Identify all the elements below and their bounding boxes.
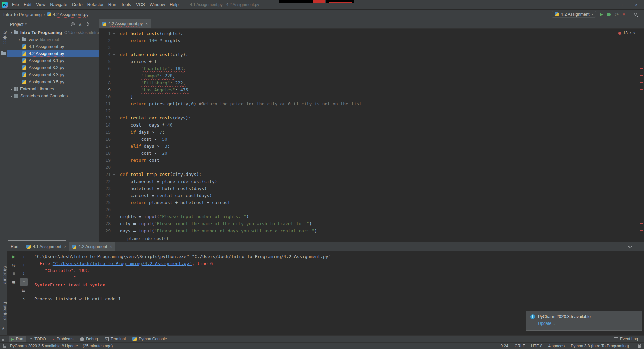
- maximize-button[interactable]: □: [613, 0, 629, 10]
- up-stack-button[interactable]: ↑: [20, 253, 28, 260]
- gutter-line[interactable]: 21−: [99, 171, 118, 178]
- status-message[interactable]: PyCharm 2020.3.5 available // Update... …: [10, 344, 113, 348]
- coverage-button[interactable]: ◎: [615, 12, 618, 17]
- chevron-icon[interactable]: ▸: [17, 38, 22, 41]
- gutter-line[interactable]: 5: [99, 58, 118, 65]
- editor-tab-4-2-assignment[interactable]: 4.2 Assignment.py ×: [99, 19, 151, 28]
- gutter-line[interactable]: 3: [99, 44, 118, 51]
- notification-balloon[interactable]: i PyCharm 2020.3.5 available Update...: [526, 311, 642, 331]
- update-link[interactable]: Update...: [538, 321, 555, 326]
- stop-button[interactable]: ■: [623, 12, 625, 17]
- menu-refactor[interactable]: Refactor: [85, 2, 106, 7]
- console-file-link[interactable]: "C:/Users/Josh/Intro To Programing/4.2 A…: [53, 261, 192, 266]
- code-line-24[interactable]: carcost = rental_car_cost(days): [120, 192, 644, 199]
- error-stripe[interactable]: [639, 29, 644, 235]
- code-line-14[interactable]: cost = days * 40: [120, 121, 644, 129]
- chevron-icon[interactable]: ▾: [9, 31, 14, 34]
- code-line-4[interactable]: def plane_ride_cost(city):: [120, 51, 644, 58]
- code-line-16[interactable]: cost -= 50: [120, 136, 644, 143]
- run-tab-4-2-assignment[interactable]: 4.2 Assignment×: [69, 242, 115, 251]
- run-button[interactable]: ▶: [600, 12, 603, 17]
- lock-icon[interactable]: [638, 345, 641, 348]
- menu-run[interactable]: Run: [106, 2, 119, 7]
- gutter-line[interactable]: 10: [99, 93, 118, 100]
- status-python-3-8-intro-to-programing[interactable]: Python 3.8 (Intro To Programing): [571, 344, 629, 348]
- code-line-26[interactable]: [120, 206, 644, 213]
- tree-item-4-2-assignment-py[interactable]: 4.2 Assignment.py: [7, 50, 99, 57]
- gutter-line[interactable]: 20: [99, 164, 118, 171]
- gutter-line[interactable]: 18: [99, 150, 118, 157]
- status-utf-8[interactable]: UTF-8: [531, 344, 542, 348]
- toolwindow-button-event-log[interactable]: Event Log: [611, 336, 641, 343]
- code-line-19[interactable]: return cost: [120, 157, 644, 164]
- code-line-25[interactable]: return planecost + hotelcost + carcost: [120, 199, 644, 206]
- favorites-star-icon[interactable]: ★: [2, 326, 5, 331]
- hide-panel-icon[interactable]: ─: [637, 245, 640, 249]
- stop-button[interactable]: ■: [10, 270, 18, 277]
- code-line-5[interactable]: prices + [: [120, 58, 644, 65]
- code-line-28[interactable]: city = input("Please input the name of t…: [120, 220, 644, 227]
- menu-file[interactable]: File: [10, 2, 21, 7]
- hide-panel-icon[interactable]: ─: [94, 22, 96, 26]
- gutter-line[interactable]: 1−: [99, 30, 118, 37]
- fold-marker-icon[interactable]: −: [111, 114, 118, 121]
- code-line-17[interactable]: elif days >= 3:: [120, 143, 644, 150]
- status-4-spaces[interactable]: 4 spaces: [548, 344, 565, 348]
- down-stack-button[interactable]: ↓: [20, 261, 28, 269]
- close-button[interactable]: ×: [629, 0, 644, 10]
- toolwindow-button-python-console[interactable]: Python Console: [130, 336, 170, 343]
- project-panel-title[interactable]: Project: [10, 22, 23, 27]
- code-line-20[interactable]: [120, 164, 644, 171]
- project-stripe-icon[interactable]: [1, 52, 6, 55]
- gutter-line[interactable]: 13−: [99, 114, 118, 121]
- chevron-down-icon[interactable]: ▾: [25, 22, 27, 26]
- scroll-to-end-button[interactable]: ≡: [20, 278, 28, 286]
- code-line-18[interactable]: cost -= 20: [120, 150, 644, 157]
- soft-wrap-button[interactable]: ↕: [20, 270, 28, 277]
- fold-marker-icon[interactable]: −: [111, 171, 118, 178]
- next-error-icon[interactable]: ∨: [633, 31, 635, 35]
- gutter-line[interactable]: 4−: [99, 51, 118, 58]
- status-crlf[interactable]: CRLF: [515, 344, 525, 348]
- code-line-7[interactable]: "Tampa": 220,: [120, 72, 644, 79]
- inspections-widget[interactable]: 13 ∧ ∨: [618, 31, 635, 35]
- code-line-13[interactable]: def rental_car_costs(days):: [120, 114, 644, 121]
- menu-window[interactable]: Window: [147, 2, 167, 7]
- stripe-button-favorites[interactable]: Favorites: [0, 302, 7, 320]
- stripe-button-project[interactable]: Project: [0, 30, 7, 44]
- settings-button[interactable]: ◎: [10, 261, 18, 269]
- code-line-12[interactable]: [120, 107, 644, 114]
- toolwindow-switcher-icon[interactable]: [3, 344, 7, 348]
- gutter-line[interactable]: 15: [99, 129, 118, 136]
- gutter-line[interactable]: 19: [99, 157, 118, 164]
- gutter-line[interactable]: 29: [99, 227, 118, 234]
- rerun-button[interactable]: ▶: [10, 253, 18, 260]
- code-line-8[interactable]: "Pittsburg": 222,: [120, 79, 644, 86]
- toolwindow-button-run[interactable]: ▶Run: [9, 336, 26, 343]
- stripe-button-structure[interactable]: Structure: [0, 266, 7, 284]
- toolwindow-button-problems[interactable]: ●Problems: [50, 336, 76, 343]
- tree-item-external-libraries[interactable]: ▸External Libraries: [7, 85, 99, 92]
- fold-marker-icon[interactable]: −: [111, 30, 118, 37]
- tree-item-assignment-3-5-py[interactable]: Assignment 3.5.py: [7, 78, 99, 85]
- close-tab-icon[interactable]: ×: [64, 244, 66, 249]
- prev-error-icon[interactable]: ∧: [629, 31, 632, 35]
- gutter-line[interactable]: 24: [99, 192, 118, 199]
- editor-code[interactable]: def hotel_costs(nights): return 140 * ni…: [118, 29, 644, 235]
- toolwindow-button-todo[interactable]: ≡TODO: [28, 336, 49, 343]
- code-line-21[interactable]: def total_trip_cost(city,days):: [120, 171, 644, 178]
- print-button[interactable]: ▤: [20, 287, 28, 294]
- code-line-15[interactable]: if days >= 7:: [120, 129, 644, 136]
- gutter-line[interactable]: 14: [99, 121, 118, 129]
- gutter-line[interactable]: 28: [99, 220, 118, 227]
- breadcrumb-project[interactable]: Intro To Programing: [3, 12, 42, 17]
- gutter-line[interactable]: 25: [99, 199, 118, 206]
- code-line-10[interactable]: ]: [120, 93, 644, 100]
- tree-item-scratches-and-consoles[interactable]: ▸Scratches and Consoles: [7, 92, 99, 99]
- gutter-line[interactable]: 2: [99, 37, 118, 44]
- gutter-line[interactable]: 22: [99, 178, 118, 185]
- code-line-23[interactable]: hotelcost = hotel_costs(days): [120, 185, 644, 192]
- gutter-line[interactable]: 26: [99, 206, 118, 213]
- run-config-selector[interactable]: 4.2 Assignment ▾: [552, 11, 596, 18]
- menu-navigate[interactable]: Navigate: [48, 2, 69, 7]
